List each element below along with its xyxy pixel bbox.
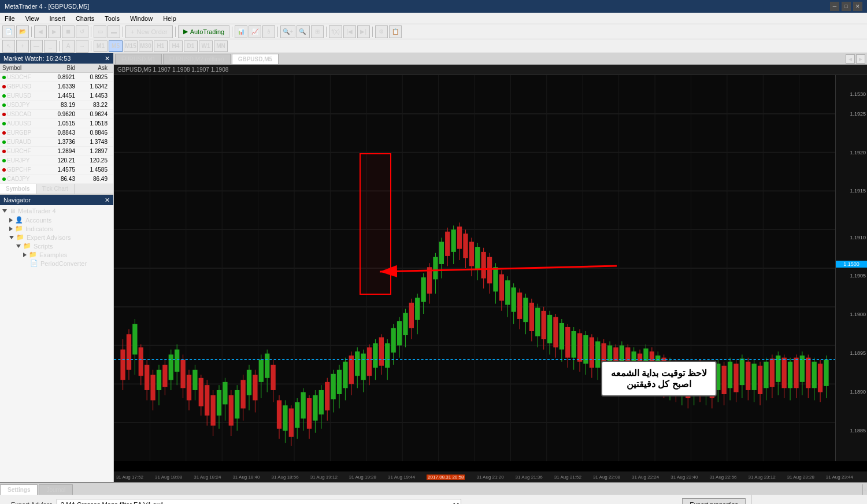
tf-w1[interactable]: W1: [199, 40, 213, 52]
tb-cursor[interactable]: ↖: [2, 40, 15, 53]
market-watch-row[interactable]: GBPCHF 1.4575 1.4585: [0, 165, 113, 175]
svg-rect-262: [818, 364, 822, 392]
tb-back-btn[interactable]: ◀: [34, 25, 47, 38]
time-label-18: 31 Aug 23:44: [826, 475, 853, 480]
mw-dot-0: [2, 76, 6, 79]
tb-indicators[interactable]: f(x): [329, 25, 342, 38]
market-watch-row[interactable]: USDCAD 0.9620 0.9624: [0, 110, 113, 119]
nav-item-period-converter[interactable]: 📄 PeriodConverter: [0, 259, 113, 268]
tb-crosshair[interactable]: +: [16, 40, 29, 53]
market-watch-row[interactable]: EURGBP 0.8843 0.8846: [0, 128, 113, 138]
current-price-label: 1.1500: [836, 261, 867, 268]
chart-tab-eurusd-m1[interactable]: EURUSD,M1: [115, 54, 162, 64]
mw-bid-9: 120.21: [40, 157, 75, 164]
tf-m30[interactable]: M30: [139, 40, 153, 52]
tf-mn[interactable]: MN: [214, 40, 228, 52]
tb-zoom-in[interactable]: ▭: [94, 25, 106, 38]
minimize-button[interactable]: ─: [830, 2, 839, 11]
nav-item-indicators[interactable]: 📁 Indicators: [0, 224, 113, 233]
tb-zoom-plus[interactable]: 🔍+: [280, 25, 295, 38]
market-watch-row[interactable]: EURCHF 1.2894 1.2897: [0, 147, 113, 156]
tb-draw-arrow[interactable]: →: [76, 40, 88, 53]
mw-symbol-2: EURUSD: [0, 92, 40, 99]
tb-stop-btn[interactable]: ⏹: [62, 25, 75, 38]
nav-item-scripts[interactable]: 📁 Scripts: [0, 242, 113, 250]
menu-window[interactable]: Window: [128, 15, 155, 22]
tf-m15[interactable]: M15: [124, 40, 138, 52]
menu-file[interactable]: File: [2, 15, 17, 22]
market-watch-close-icon[interactable]: ✕: [105, 55, 110, 62]
mw-dot-11: [2, 177, 6, 181]
chart-tab-gbpusd-m5[interactable]: GBPUSD,M5: [232, 54, 279, 64]
expert-properties-button[interactable]: Expert properties: [682, 498, 746, 504]
panel-close-icon[interactable]: ✕: [862, 484, 867, 495]
svg-rect-154: [493, 267, 498, 291]
market-watch-row[interactable]: EURJPY 120.21 120.25: [0, 156, 113, 165]
tb-grid[interactable]: ⊞: [311, 25, 324, 38]
chart-tab-eurusd-m2[interactable]: EURUSD,M2 (offline): [163, 54, 231, 64]
menu-tools[interactable]: Tools: [102, 15, 122, 22]
nav-examples-expand-icon: [23, 253, 27, 257]
svg-rect-242: [758, 366, 762, 394]
menu-view[interactable]: View: [23, 15, 42, 22]
svg-rect-118: [385, 343, 390, 368]
time-axis: 31 Aug 17:52 31 Aug 18:08 31 Aug 18:24 3…: [114, 472, 867, 482]
tb-line[interactable]: —: [30, 40, 43, 53]
market-watch-row[interactable]: GBPUSD 1.6339 1.6342: [0, 82, 113, 91]
navigator-close-icon[interactable]: ✕: [105, 197, 110, 204]
tf-d1[interactable]: D1: [184, 40, 198, 52]
maximize-button[interactable]: □: [842, 2, 851, 11]
tf-h4[interactable]: H4: [169, 40, 183, 52]
ea-select[interactable]: 2 MA Crosses Mega filter EA V1.ex4: [57, 499, 461, 504]
tb-period-sep[interactable]: |◀: [343, 25, 356, 38]
close-button[interactable]: ✕: [853, 2, 862, 11]
market-watch-tabs: Symbols Tick Chart: [0, 184, 113, 194]
tb-more[interactable]: ⚙: [375, 25, 388, 38]
tb-chart-bar[interactable]: 📊: [235, 25, 247, 38]
nav-item-examples[interactable]: 📁 Examples: [0, 250, 113, 259]
market-watch-row[interactable]: USDJPY 83.19 83.22: [0, 101, 113, 110]
chart-scroll-right[interactable]: ▶: [856, 54, 865, 64]
window-controls[interactable]: ─ □ ✕: [830, 2, 862, 11]
market-watch-row[interactable]: EURAUD 1.3736 1.3748: [0, 138, 113, 147]
tab-symbols[interactable]: Symbols: [0, 184, 36, 194]
svg-rect-30: [120, 350, 125, 380]
market-watch-row[interactable]: AUDUSD 1.0515 1.0518: [0, 119, 113, 128]
annotation-line2: اصبح كل دقيقتين: [611, 379, 707, 390]
new-order-button[interactable]: + New Order: [125, 25, 173, 38]
new-order-icon: +: [131, 28, 134, 35]
tb-open-btn[interactable]: 📂: [16, 25, 29, 38]
nav-item-expert-advisors[interactable]: 📁 Expert Advisors: [0, 233, 113, 242]
tf-m5[interactable]: M5: [109, 40, 123, 52]
tb-zoom-out[interactable]: ▬: [108, 25, 120, 38]
tb-refresh-btn[interactable]: ↺: [76, 25, 88, 38]
mw-bid-4: 0.9620: [40, 111, 75, 117]
nav-item-accounts[interactable]: 👤 Accounts: [0, 216, 113, 224]
market-watch-row[interactable]: EURUSD 1.4451 1.4453: [0, 91, 113, 101]
tb-period-sep2[interactable]: ▶|: [357, 25, 370, 38]
chart-canvas[interactable]: لاحظ توقيت بداية الشمعه اصبح كل دقيقتين …: [114, 75, 867, 472]
tab-journal[interactable]: Journal: [39, 484, 73, 495]
market-watch-row[interactable]: CADJPY 86.43 86.49: [0, 175, 113, 184]
menu-charts[interactable]: Charts: [73, 15, 97, 22]
nav-root-label: MetaTrader 4: [18, 207, 56, 214]
tb-templates[interactable]: 📋: [389, 25, 402, 38]
tb-draw-text[interactable]: A: [62, 40, 75, 53]
tb-hline[interactable]: ⎯: [44, 40, 57, 53]
autotrading-button[interactable]: ▶ AutoTrading: [178, 25, 230, 38]
tb-chart-candle[interactable]: 🕯: [262, 25, 275, 38]
chart-scroll-left[interactable]: ◀: [846, 54, 855, 64]
nav-accounts-icon: 👤: [15, 216, 23, 224]
tab-tick-chart[interactable]: Tick Chart: [36, 184, 75, 194]
tf-h1[interactable]: H1: [154, 40, 168, 52]
market-watch-header: Market Watch: 16:24:53 ✕: [0, 53, 113, 64]
menu-help[interactable]: Help: [161, 15, 179, 22]
tb-chart-line[interactable]: 📈: [249, 25, 261, 38]
tb-new-btn[interactable]: 📄: [2, 25, 15, 38]
tf-m1[interactable]: M1: [94, 40, 108, 52]
market-watch-row[interactable]: USDCHF 0.8921 0.8925: [0, 73, 113, 82]
tab-settings[interactable]: Settings: [0, 484, 38, 495]
menu-insert[interactable]: Insert: [47, 15, 68, 22]
tb-fwd-btn[interactable]: ▶: [48, 25, 61, 38]
tb-zoom-minus[interactable]: 🔍-: [297, 25, 310, 38]
